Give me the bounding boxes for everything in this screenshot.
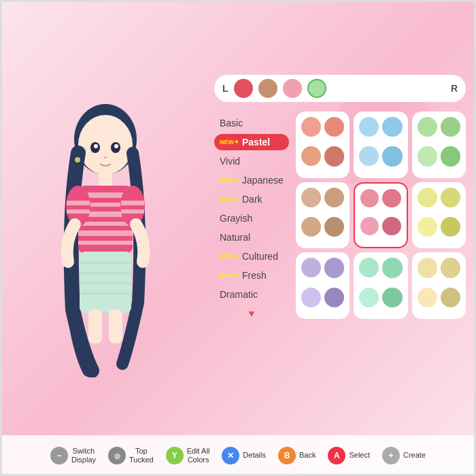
new-badge-dark: NEW✦ <box>220 196 239 203</box>
svg-rect-18 <box>99 172 112 187</box>
swatch-group-4[interactable] <box>354 182 407 249</box>
scroll-down-arrow[interactable]: ▼ <box>214 308 289 319</box>
swatch-group-5[interactable] <box>412 182 466 249</box>
svg-rect-38 <box>109 309 122 343</box>
menu-item-japanese[interactable]: NEW✦ Japanese <box>214 172 289 188</box>
new-badge-fresh: NEW✦ <box>220 272 239 279</box>
menu-item-basic-label: Basic <box>220 118 243 129</box>
swatch-dot <box>382 117 402 137</box>
back-icon: B <box>278 447 296 464</box>
swatch-group-8[interactable] <box>412 252 466 319</box>
menu-item-dark[interactable]: NEW✦ Dark <box>214 191 289 207</box>
swatch-dot <box>324 217 344 237</box>
swatch-dot <box>382 189 401 207</box>
switch-display-button[interactable]: − SwitchDisplay <box>50 447 96 464</box>
tab-color-4[interactable] <box>307 79 326 98</box>
swatch-dot <box>324 146 344 166</box>
swatch-group-0[interactable] <box>296 112 350 178</box>
swatch-dot <box>301 258 321 277</box>
menu-item-japanese-label: Japanese <box>242 175 284 186</box>
swatch-dot <box>418 188 437 207</box>
create-button[interactable]: + Create <box>382 447 426 464</box>
svg-point-17 <box>75 157 80 163</box>
menu-item-grayish[interactable]: Grayish <box>214 210 289 226</box>
menu-item-cultured-label: Cultured <box>242 251 278 262</box>
swatch-group-2[interactable] <box>412 112 466 178</box>
svg-rect-35 <box>80 282 131 284</box>
swatch-dot <box>360 217 379 235</box>
back-label: Back <box>299 451 316 460</box>
tab-color-1[interactable] <box>234 79 253 98</box>
menu-list: Basic NEW✦ Pastel Vivid NEW✦ Japanese NE… <box>214 112 289 319</box>
menu-item-basic[interactable]: Basic <box>214 115 289 131</box>
switch-display-icon: − <box>50 447 68 464</box>
swatch-dot <box>359 288 379 307</box>
svg-rect-37 <box>88 309 102 343</box>
swatch-dot <box>418 146 437 166</box>
swatch-dot <box>324 188 344 207</box>
swatch-group-7[interactable] <box>354 252 407 319</box>
menu-item-cultured[interactable]: NEW✦ Cultured <box>214 248 289 265</box>
tab-left-arrow[interactable]: L <box>222 83 228 94</box>
back-button[interactable]: B Back <box>278 447 316 464</box>
swatch-dot <box>359 258 379 277</box>
svg-rect-33 <box>80 262 131 264</box>
edit-all-colors-label: Edit AllColors <box>187 447 210 464</box>
tab-color-2[interactable] <box>258 79 277 98</box>
top-tucked-label: TopTucked <box>129 447 154 464</box>
menu-item-vivid[interactable]: Vivid <box>214 153 289 169</box>
menu-item-vivid-label: Vivid <box>220 156 240 167</box>
new-badge-japanese: NEW✦ <box>220 177 239 184</box>
menu-item-natural[interactable]: Natural <box>214 229 289 245</box>
menu-item-natural-label: Natural <box>220 232 250 243</box>
swatch-dot <box>301 217 321 237</box>
swatch-group-1[interactable] <box>354 112 407 178</box>
details-button[interactable]: ✕ Details <box>222 447 266 464</box>
swatch-dot <box>441 146 460 166</box>
swatch-dot <box>441 188 460 207</box>
swatch-dot <box>382 217 401 235</box>
swatch-dot <box>441 217 460 237</box>
menu-item-fresh[interactable]: NEW✦ Fresh <box>214 267 289 284</box>
swatch-group-3[interactable] <box>296 182 350 249</box>
menu-item-pastel[interactable]: NEW✦ Pastel <box>214 134 289 150</box>
svg-rect-34 <box>80 272 131 274</box>
swatches-area <box>296 112 466 319</box>
svg-rect-31 <box>121 209 144 214</box>
svg-rect-30 <box>121 201 144 205</box>
swatch-dot <box>324 117 344 137</box>
menu-item-grayish-label: Grayish <box>220 213 252 224</box>
svg-point-16 <box>114 144 118 148</box>
menu-item-dark-label: Dark <box>242 194 262 205</box>
main-content: Basic NEW✦ Pastel Vivid NEW✦ Japanese NE… <box>214 112 466 319</box>
swatch-dot <box>441 258 460 277</box>
menu-item-dramatic-label: Dramatic <box>220 289 258 300</box>
character-svg <box>17 92 194 377</box>
menu-item-fresh-label: Fresh <box>242 270 267 281</box>
tab-right-arrow[interactable]: R <box>451 83 458 94</box>
swatch-dot <box>301 146 321 166</box>
swatch-dot <box>301 288 321 307</box>
top-tucked-button[interactable]: ◎ TopTucked <box>108 447 154 464</box>
swatch-dot <box>360 189 379 207</box>
swatch-dot <box>382 288 402 307</box>
top-tucked-icon: ◎ <box>108 447 126 464</box>
swatch-dot <box>441 288 460 307</box>
edit-all-colors-icon: Y <box>166 447 184 464</box>
swatch-dot <box>359 146 379 166</box>
swatch-group-6[interactable] <box>296 252 350 319</box>
menu-item-dramatic[interactable]: Dramatic <box>214 286 289 303</box>
bottom-bar: − SwitchDisplay ◎ TopTucked Y Edit AllCo… <box>0 435 476 476</box>
select-button[interactable]: A Select <box>328 447 370 464</box>
swatch-dot <box>324 258 344 277</box>
swatch-dot <box>324 288 344 307</box>
select-icon: A <box>328 447 345 464</box>
swatch-dot <box>418 217 437 237</box>
new-badge-cultured: NEW✦ <box>220 253 239 260</box>
swatch-dot <box>359 117 379 137</box>
svg-rect-24 <box>78 231 133 236</box>
details-icon: ✕ <box>222 447 239 464</box>
tab-color-3[interactable] <box>283 79 302 98</box>
swatch-dot <box>418 117 437 137</box>
edit-all-colors-button[interactable]: Y Edit AllColors <box>166 447 210 464</box>
